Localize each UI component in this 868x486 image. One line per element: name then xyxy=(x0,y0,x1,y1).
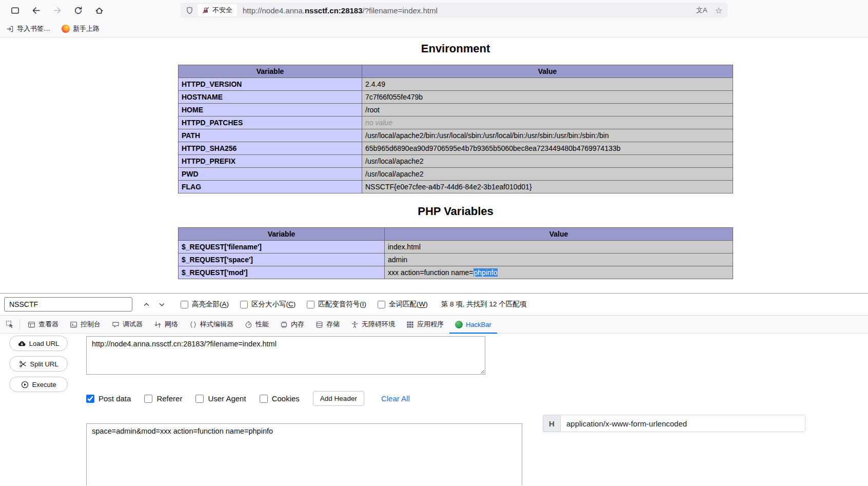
variable-cell: $_REQUEST['mod'] xyxy=(179,266,385,279)
cloud-download-icon xyxy=(18,340,26,347)
table-header-row: Variable Value xyxy=(179,228,733,241)
tab-accessibility[interactable]: 无障碍环境 xyxy=(345,316,401,333)
table-row: HTTPD_SHA25665b965d6890ea90d9706595e4b7b… xyxy=(179,142,733,155)
php-variables-title: PHP Variables xyxy=(178,205,733,218)
post-data-checkbox[interactable] xyxy=(86,395,94,403)
variable-cell: PWD xyxy=(179,168,362,181)
value-cell: admin xyxy=(385,254,733,266)
column-header-variable: Variable xyxy=(179,65,362,78)
permissions-shield-icon[interactable] xyxy=(186,6,193,14)
inspector-icon xyxy=(28,321,35,328)
debugger-icon xyxy=(112,321,120,328)
user-agent-toggle[interactable]: User Agent xyxy=(195,394,246,403)
url-domain: nssctf.cn:28183 xyxy=(305,6,363,15)
tab-style-editor[interactable]: 样式编辑器 xyxy=(184,316,239,333)
find-input[interactable] xyxy=(4,297,132,312)
user-agent-checkbox[interactable] xyxy=(195,395,204,403)
insecure-label: 不安全 xyxy=(212,6,232,15)
table-row: PATH/usr/local/apache2/bin:/usr/local/sb… xyxy=(179,129,733,142)
php-variables-table: Variable Value $_REQUEST['filename']inde… xyxy=(178,227,733,279)
table-row: PWD/usr/local/apache2 xyxy=(179,168,733,181)
table-row: FLAGNSSCTF{e0e7cfee-a4b7-44d6-84e2-3b1ea… xyxy=(179,181,733,193)
reload-icon[interactable] xyxy=(69,3,87,18)
tab-application[interactable]: 应用程序 xyxy=(401,316,449,333)
value-cell: /usr/local/apache2/bin:/usr/local/sbin:/… xyxy=(362,129,733,142)
match-diacritics-checkbox[interactable] xyxy=(307,301,314,308)
lock-slash-icon xyxy=(202,7,209,14)
tab-console[interactable]: 控制台 xyxy=(64,316,106,333)
scissors-icon xyxy=(19,360,27,368)
tab-debugger[interactable]: 调试器 xyxy=(106,316,148,333)
bookmark-import[interactable]: 导入书签… xyxy=(6,24,50,33)
bookmarks-bar: 导入书签… 新手上路 xyxy=(0,21,868,37)
devtools-panel: 高亮全部(A) 区分大小写(C) 匹配变音符号(I) 全词匹配(W) 第 8 项… xyxy=(0,293,868,486)
url-path: /?filename=index.html xyxy=(363,6,438,15)
find-option-match-diacritics[interactable]: 匹配变音符号(I) xyxy=(307,300,366,309)
variable-cell: $_REQUEST['space'] xyxy=(179,254,385,266)
find-option-whole-words[interactable]: 全词匹配(W) xyxy=(378,300,428,309)
bookmark-getting-started[interactable]: 新手上路 xyxy=(62,24,100,33)
post-data-toggle[interactable]: Post data xyxy=(86,394,131,403)
post-data-textarea[interactable]: space=admin&mod=xxx action=function name… xyxy=(86,423,522,485)
play-icon xyxy=(21,381,29,388)
address-bar[interactable]: 不安全 http://node4.anna.nssctf.cn:28183/?f… xyxy=(181,3,727,18)
page-content: Environment Variable Value HTTPD_VERSION… xyxy=(0,38,868,293)
url-textarea[interactable]: http://node4.anna.nssctf.cn:28183/?filen… xyxy=(86,336,485,375)
header-value-input[interactable] xyxy=(560,415,805,432)
pick-element-button[interactable] xyxy=(0,316,19,333)
value-cell: 7c7f66f055fe479b xyxy=(362,91,733,104)
clear-all-link[interactable]: Clear All xyxy=(381,394,410,403)
devtools-tabbar: 查看器 控制台 调试器 网络 样式编辑器 性能 内存 存储 xyxy=(0,316,868,334)
insecure-badge[interactable]: 不安全 xyxy=(198,4,237,16)
bookmark-star-icon[interactable]: ☆ xyxy=(715,6,722,15)
cookies-toggle[interactable]: Cookies xyxy=(260,394,300,403)
bookmark-label: 导入书签… xyxy=(17,24,50,33)
braces-icon xyxy=(189,321,197,328)
column-header-value: Value xyxy=(362,65,733,78)
import-bookmarks-icon xyxy=(6,25,14,33)
cookies-checkbox[interactable] xyxy=(260,395,268,403)
split-url-button[interactable]: Split URL xyxy=(9,356,68,372)
table-row: HTTPD_PREFIX/usr/local/apache2 xyxy=(179,155,733,168)
tab-hackbar[interactable]: HackBar xyxy=(449,316,497,333)
value-cell: NSSCTF{e0e7cfee-a4b7-44d6-84e2-3b1eaf010… xyxy=(362,181,733,193)
value-cell: 65b965d6890ea90d9706595e4b7b9365b5060bec… xyxy=(362,142,733,155)
find-option-highlight-all[interactable]: 高亮全部(A) xyxy=(181,300,229,309)
environment-table: Variable Value HTTPD_VERSION2.4.49 HOSTN… xyxy=(178,65,733,193)
separator xyxy=(19,319,20,329)
back-icon[interactable] xyxy=(27,3,45,18)
translate-icon[interactable]: 文A xyxy=(696,6,707,15)
add-header-button[interactable]: Add Header xyxy=(313,391,364,406)
referer-checkbox[interactable] xyxy=(144,395,152,403)
home-icon[interactable] xyxy=(90,3,108,18)
environment-title: Environment xyxy=(178,42,733,55)
whole-words-checkbox[interactable] xyxy=(378,301,385,308)
find-option-match-case[interactable]: 区分大小写(C) xyxy=(240,300,295,309)
value-cell: /usr/local/apache2 xyxy=(362,155,733,168)
url-text: http://node4.anna.nssctf.cn:28183/?filen… xyxy=(243,6,692,15)
tab-inspector[interactable]: 查看器 xyxy=(22,316,64,333)
forward-icon[interactable] xyxy=(48,3,66,18)
table-row: HTTPD_PATCHESno value xyxy=(179,116,733,129)
highlight-all-checkbox[interactable] xyxy=(181,301,188,308)
variable-cell: HOSTNAME xyxy=(179,91,362,104)
tab-network[interactable]: 网络 xyxy=(148,316,184,333)
tab-performance[interactable]: 性能 xyxy=(239,316,274,333)
find-next-button[interactable] xyxy=(154,297,169,312)
match-case-checkbox[interactable] xyxy=(240,301,248,308)
table-row: HTTPD_VERSION2.4.49 xyxy=(179,78,733,91)
firefox-view-icon[interactable] xyxy=(6,3,24,18)
column-header-value: Value xyxy=(385,228,733,241)
referer-toggle[interactable]: Referer xyxy=(144,394,182,403)
execute-button[interactable]: Execute xyxy=(9,377,68,392)
tab-memory[interactable]: 内存 xyxy=(274,316,310,333)
value-cell: no value xyxy=(362,116,733,129)
table-row: $_REQUEST['mod']xxx action=function name… xyxy=(179,266,733,279)
load-url-button[interactable]: Load URL xyxy=(9,336,68,351)
tab-storage[interactable]: 存储 xyxy=(310,316,345,333)
find-previous-button[interactable] xyxy=(139,297,154,312)
variable-cell: HTTPD_VERSION xyxy=(179,78,362,91)
custom-header-row: H xyxy=(543,415,805,432)
find-match-highlight: phpinfo xyxy=(474,268,498,277)
url-prefix: http://node4.anna. xyxy=(243,6,305,15)
